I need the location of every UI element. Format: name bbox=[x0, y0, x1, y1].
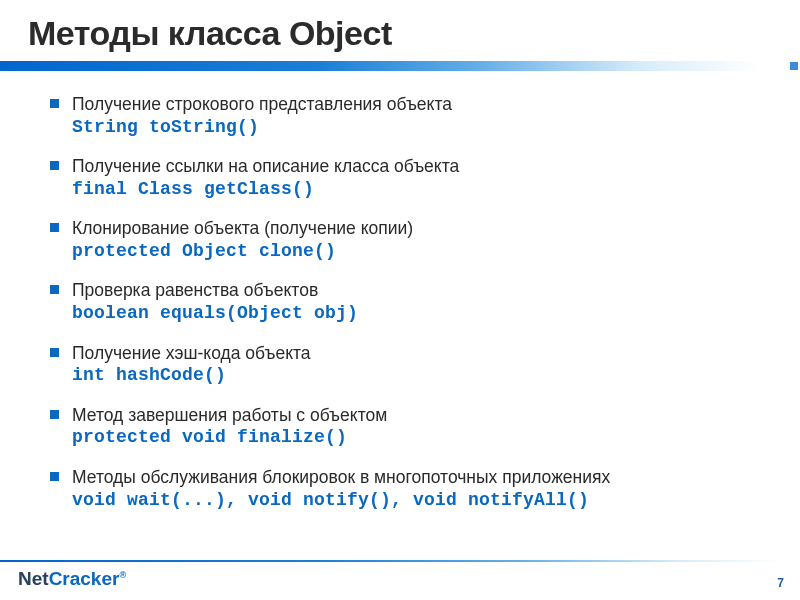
item-description: Метод завершения работы с объектом bbox=[72, 404, 770, 427]
logo-text-cracker: Cracker bbox=[49, 568, 120, 589]
item-description: Получение строкового представления объек… bbox=[72, 93, 770, 116]
item-description: Клонирование объекта (получение копии) bbox=[72, 217, 770, 240]
item-code: void wait(...), void notify(), void noti… bbox=[72, 489, 770, 512]
logo-text-net: Net bbox=[18, 568, 49, 589]
slide: Методы класса Object Получение строковог… bbox=[0, 0, 800, 600]
item-description: Получение хэш-кода объекта bbox=[72, 342, 770, 365]
item-description: Методы обслуживания блокировок в многопо… bbox=[72, 466, 770, 489]
title-divider bbox=[0, 61, 800, 71]
footer: NetCracker® 7 bbox=[0, 560, 800, 600]
item-code: boolean equals(Object obj) bbox=[72, 302, 770, 325]
content-area: Получение строкового представления объек… bbox=[0, 71, 800, 512]
bullet-list: Получение строкового представления объек… bbox=[50, 93, 770, 512]
item-code: protected void finalize() bbox=[72, 426, 770, 449]
list-item: Метод завершения работы с объектом prote… bbox=[50, 404, 770, 450]
list-item: Клонирование объекта (получение копии) p… bbox=[50, 217, 770, 263]
divider-square-icon bbox=[790, 62, 798, 70]
list-item: Методы обслуживания блокировок в многопо… bbox=[50, 466, 770, 512]
list-item: Получение хэш-кода объекта int hashCode(… bbox=[50, 342, 770, 388]
logo: NetCracker® bbox=[18, 568, 126, 590]
list-item: Получение строкового представления объек… bbox=[50, 93, 770, 139]
slide-title: Методы класса Object bbox=[0, 0, 800, 61]
list-item: Получение ссылки на описание класса объе… bbox=[50, 155, 770, 201]
item-code: int hashCode() bbox=[72, 364, 770, 387]
page-number: 7 bbox=[777, 576, 784, 590]
item-description: Получение ссылки на описание класса объе… bbox=[72, 155, 770, 178]
item-code: String toString() bbox=[72, 116, 770, 139]
item-description: Проверка равенства объектов bbox=[72, 279, 770, 302]
logo-registered-icon: ® bbox=[119, 570, 126, 580]
footer-divider bbox=[0, 560, 800, 562]
list-item: Проверка равенства объектов boolean equa… bbox=[50, 279, 770, 325]
item-code: protected Object clone() bbox=[72, 240, 770, 263]
item-code: final Class getClass() bbox=[72, 178, 770, 201]
